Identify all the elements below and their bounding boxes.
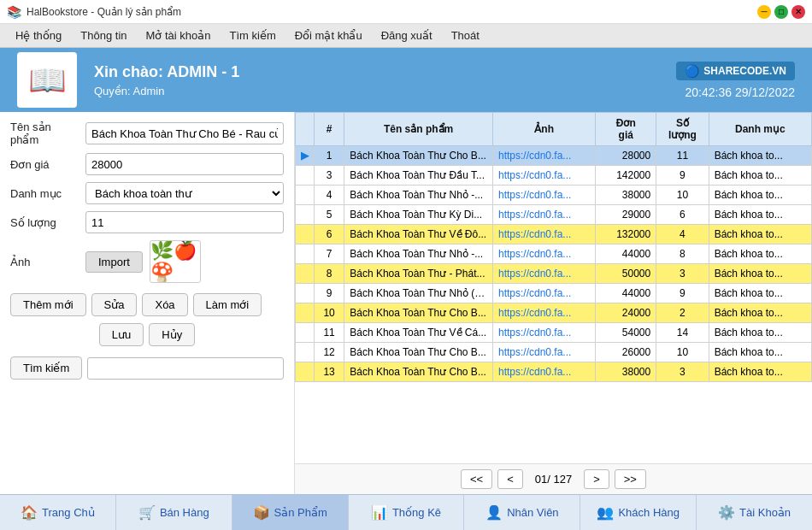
first-page-button[interactable]: << [461, 469, 492, 489]
huy-button[interactable]: Hủy [149, 323, 195, 346]
col-category: Danh mục [709, 113, 811, 146]
prev-page-button[interactable]: < [497, 469, 523, 489]
trang-chu-label: Trang Chủ [42, 506, 95, 519]
table-row[interactable]: 11 Bách Khoa Toàn Thư Về Cá... https://c… [296, 323, 812, 343]
menu-mo-tai-khoan[interactable]: Mở tài khoản [138, 26, 220, 44]
maximize-button[interactable]: □ [774, 5, 788, 19]
header-logo: 📖 [17, 52, 77, 108]
table-row[interactable]: 3 Bách Khoa Toàn Thư Đầu T... https://cd… [296, 166, 812, 186]
row-img-link[interactable]: https://cdn0.fa... [492, 362, 595, 382]
lam-moi-button[interactable]: Làm mới [193, 293, 262, 316]
row-name: Bách Khoa Toàn Thư Về Cá... [344, 323, 493, 343]
row-id: 8 [315, 264, 344, 284]
row-price: 38000 [596, 362, 656, 382]
menu-thong-tin[interactable]: Thông tin [72, 26, 135, 44]
sharecode-badge: 🔵 SHARECODE.VN [676, 62, 795, 80]
row-img-link[interactable]: https://cdn0.fa... [492, 205, 595, 225]
table-container[interactable]: # Tên sản phẩm Ảnh Đơngiá Sốlượng Danh m… [295, 112, 812, 463]
book-icon: 📖 [28, 62, 67, 98]
row-img-link[interactable]: https://cdn0.fa... [492, 186, 595, 205]
row-price: 29000 [596, 205, 656, 225]
row-img-link[interactable]: https://cdn0.fa... [492, 323, 595, 343]
xoa-button[interactable]: Xóa [142, 293, 187, 316]
row-category: Bách khoa to... [709, 225, 811, 244]
col-img: Ảnh [492, 113, 595, 146]
row-img-link[interactable]: https://cdn0.fa... [492, 166, 595, 186]
row-qty: 10 [656, 186, 709, 205]
tim-kiem-button[interactable]: Tìm kiếm [10, 356, 82, 380]
next-page-button[interactable]: > [584, 469, 609, 489]
nav-item-khach-hang[interactable]: 👥 Khách Hàng [580, 495, 697, 530]
row-price: 28000 [596, 146, 656, 166]
table-row[interactable]: 8 Bách Khoa Toàn Thư - Phát... https://c… [296, 264, 812, 284]
row-id: 6 [315, 225, 344, 244]
khach-hang-label: Khách Hàng [618, 506, 680, 519]
danh-muc-select[interactable]: Bách khoa toàn thư [85, 182, 284, 204]
import-button[interactable]: Import [85, 251, 143, 273]
so-luong-input[interactable] [85, 211, 284, 233]
table-row[interactable]: 6 Bách Khoa Toàn Thư Về Đô... https://cd… [296, 225, 812, 244]
nav-item-nhan-vien[interactable]: 👤 Nhân Viên [464, 495, 580, 530]
page-info: 01/ 127 [528, 473, 579, 486]
menu-tim-kiem[interactable]: Tìm kiếm [221, 26, 285, 44]
row-id: 10 [315, 303, 344, 323]
nav-item-thong-ke[interactable]: 📊 Thống Kê [349, 495, 465, 530]
nav-item-tai-khoan[interactable]: ⚙️ Tài Khoản [697, 495, 812, 530]
table-row[interactable]: ▶ 1 Bách Khoa Toàn Thư Cho B... https://… [296, 146, 812, 166]
row-qty: 6 [656, 205, 709, 225]
row-img-link[interactable]: https://cdn0.fa... [492, 225, 595, 244]
last-page-button[interactable]: >> [615, 469, 646, 489]
nav-item-ban-hang[interactable]: 🛒 Bán Hàng [116, 495, 232, 530]
ban-hang-label: Bán Hàng [160, 506, 209, 519]
row-qty: 9 [656, 166, 709, 186]
table-row[interactable]: 4 Bách Khoa Toàn Thư Nhỏ -... https://cd… [296, 186, 812, 205]
don-gia-input[interactable] [85, 153, 284, 175]
menu-doi-mat-khau[interactable]: Đổi mật khẩu [286, 26, 371, 44]
close-button[interactable]: ✕ [791, 5, 805, 19]
table-row[interactable]: 7 Bách Khoa Toàn Thư Nhỏ -... https://cd… [296, 244, 812, 264]
menu-thoat[interactable]: Thoát [443, 26, 488, 44]
row-arrow [296, 323, 315, 343]
row-category: Bách khoa to... [709, 362, 811, 382]
role-value: Admin [133, 85, 165, 97]
bottom-nav: 🏠 Trang Chủ 🛒 Bán Hàng 📦 Sản Phẩm 📊 Thốn… [0, 494, 812, 530]
row-name: Bách Khoa Toàn Thư Nhỏ -... [344, 244, 493, 264]
role-text: Quyền: Admin [94, 85, 676, 97]
row-arrow [296, 284, 315, 303]
menu-he-thong[interactable]: Hệ thống [7, 26, 70, 44]
search-input[interactable] [87, 357, 284, 380]
minimize-button[interactable]: ─ [757, 5, 771, 19]
table-row[interactable]: 5 Bách Khoa Toàn Thư Kỳ Di... https://cd… [296, 205, 812, 225]
sua-button[interactable]: Sửa [91, 293, 138, 316]
thong-ke-icon: 📊 [371, 504, 388, 521]
row-img-link[interactable]: https://cdn0.fa... [492, 284, 595, 303]
them-moi-button[interactable]: Thêm mới [10, 293, 86, 316]
row-arrow [296, 264, 315, 284]
row-name: Bách Khoa Toàn Thư Kỳ Di... [344, 205, 493, 225]
row-price: 50000 [596, 264, 656, 284]
luu-button[interactable]: Lưu [99, 323, 144, 346]
row-img-link[interactable]: https://cdn0.fa... [492, 303, 595, 323]
khach-hang-icon: 👥 [597, 504, 614, 521]
col-selector [296, 113, 315, 146]
table-row[interactable]: 10 Bách Khoa Toàn Thư Cho B... https://c… [296, 303, 812, 323]
row-img-link[interactable]: https://cdn0.fa... [492, 244, 595, 264]
row-img-link[interactable]: https://cdn0.fa... [492, 146, 595, 166]
so-luong-row: Số lượng [10, 211, 284, 233]
ten-san-pham-input[interactable] [85, 122, 284, 144]
row-img-link[interactable]: https://cdn0.fa... [492, 343, 595, 362]
row-category: Bách khoa to... [709, 323, 811, 343]
row-id: 3 [315, 166, 344, 186]
row-qty: 11 [656, 146, 709, 166]
row-name: Bách Khoa Toàn Thư Cho B... [344, 146, 493, 166]
row-category: Bách khoa to... [709, 205, 811, 225]
nav-item-san-pham[interactable]: 📦 Sản Phẩm [232, 495, 349, 530]
nav-item-trang-chu[interactable]: 🏠 Trang Chủ [0, 495, 116, 530]
table-row[interactable]: 12 Bách Khoa Toàn Thư Cho B... https://c… [296, 343, 812, 362]
row-category: Bách khoa to... [709, 244, 811, 264]
table-row[interactable]: 13 Bách Khoa Toàn Thư Cho B... https://c… [296, 362, 812, 382]
row-img-link[interactable]: https://cdn0.fa... [492, 264, 595, 284]
row-qty: 10 [656, 343, 709, 362]
menu-dang-xuat[interactable]: Đăng xuất [373, 26, 441, 44]
table-row[interactable]: 9 Bách Khoa Toàn Thư Nhỏ (… https://cdn0… [296, 284, 812, 303]
